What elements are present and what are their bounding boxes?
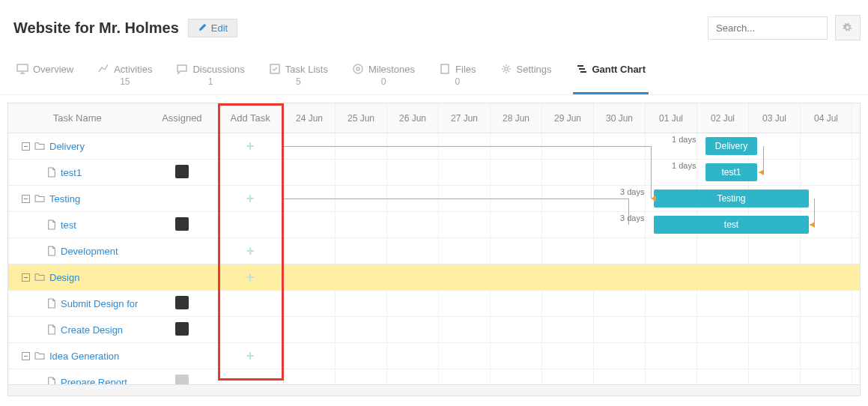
add-task-button[interactable]: + <box>246 191 255 206</box>
folder-icon <box>34 273 45 282</box>
checklist-icon <box>269 63 281 75</box>
gantt-row <box>284 160 860 186</box>
folder-icon <box>34 142 45 151</box>
avatar[interactable] <box>175 375 189 388</box>
gantt-row <box>284 238 860 264</box>
task-row: Prepare Report <box>8 369 283 396</box>
date-column-header: 03 Jul <box>749 103 801 133</box>
task-link[interactable]: test1 <box>61 167 82 178</box>
gantt-bar[interactable]: test <box>654 216 809 234</box>
collapse-toggle[interactable]: − <box>22 352 30 360</box>
task-row: −Idea Generation+ <box>8 343 283 369</box>
target-icon <box>352 63 364 75</box>
collapse-toggle[interactable]: − <box>22 273 30 282</box>
tab-files[interactable]: Files0 <box>436 55 479 94</box>
document-icon <box>47 246 56 256</box>
tab-tasklists[interactable]: Task Lists5 <box>266 55 331 94</box>
document-icon <box>47 377 56 387</box>
gantt-bar[interactable]: Delivery <box>705 137 757 155</box>
tab-gantt-chart[interactable]: Gantt Chart <box>573 55 649 94</box>
svg-rect-7 <box>579 68 585 70</box>
search-input[interactable] <box>708 16 828 40</box>
chart-icon <box>97 63 109 75</box>
document-icon <box>47 324 56 335</box>
task-link[interactable]: Prepare Report <box>61 377 127 388</box>
gantt-row <box>284 317 860 343</box>
duration-label: 1 days <box>672 161 696 170</box>
svg-point-3 <box>356 67 359 70</box>
duration-label: 1 days <box>672 135 696 144</box>
gantt-row <box>284 291 860 317</box>
date-column-header: 04 Jul <box>801 103 852 133</box>
files-icon <box>439 63 451 75</box>
add-task-button[interactable]: + <box>246 139 255 154</box>
monitor-icon <box>16 63 28 75</box>
collapse-toggle[interactable]: − <box>22 142 30 151</box>
tab-discussions[interactable]: Discussions1 <box>173 55 247 94</box>
tab-bar: Overview Activities15 Discussions1 Task … <box>0 48 868 95</box>
task-row: Development+ <box>8 238 283 264</box>
task-list-panel: Task Name Assigned Add Task −Delivery+te… <box>8 103 284 396</box>
col-assigned: Assigned <box>147 112 218 124</box>
page-title: Website for Mr. Holmes <box>13 19 179 37</box>
document-icon <box>47 167 56 178</box>
task-link[interactable]: Testing <box>49 193 80 204</box>
task-link[interactable]: test <box>61 219 76 231</box>
settings-gear-button[interactable] <box>835 15 861 40</box>
avatar[interactable] <box>175 217 189 231</box>
chat-icon <box>176 63 188 75</box>
svg-point-5 <box>505 67 508 70</box>
add-task-button[interactable]: + <box>246 243 255 258</box>
task-link[interactable]: Idea Generation <box>49 351 119 362</box>
gantt-row <box>284 343 860 369</box>
svg-rect-6 <box>577 65 583 67</box>
avatar[interactable] <box>175 322 189 336</box>
col-add-task: Add Task <box>217 112 283 124</box>
svg-rect-8 <box>580 71 586 73</box>
tab-settings[interactable]: Settings <box>497 55 555 94</box>
task-link[interactable]: Create Design <box>61 324 123 336</box>
task-row: test <box>8 212 283 238</box>
collapse-toggle[interactable]: − <box>22 195 30 203</box>
gantt-row <box>284 264 860 291</box>
tab-overview[interactable]: Overview <box>13 55 76 94</box>
task-link[interactable]: Design <box>49 272 79 283</box>
task-link[interactable]: Delivery <box>49 141 85 152</box>
task-row: −Testing+ <box>8 186 283 212</box>
date-column-header: 27 Jun <box>439 103 491 133</box>
col-task-name: Task Name <box>8 112 147 124</box>
pencil-icon <box>198 23 207 32</box>
svg-point-2 <box>353 64 362 73</box>
task-link[interactable]: Development <box>61 246 118 257</box>
duration-label: 3 days <box>620 187 644 196</box>
gear-icon <box>842 22 854 34</box>
gantt-bar[interactable]: Testing <box>654 190 809 207</box>
gantt-row <box>284 369 860 396</box>
add-task-button[interactable]: + <box>246 270 255 285</box>
avatar[interactable] <box>175 296 189 309</box>
date-column-header: 30 Jun <box>594 103 646 133</box>
task-link[interactable]: Submit Design for <box>61 298 138 309</box>
task-row: test1 <box>8 160 283 186</box>
gear-icon <box>500 63 512 75</box>
date-column-header: 25 Jun <box>336 103 387 133</box>
document-icon <box>47 298 56 309</box>
date-column-header: 28 Jun <box>491 103 542 133</box>
tab-activities[interactable]: Activities15 <box>94 55 155 94</box>
avatar[interactable] <box>175 165 189 178</box>
add-task-button[interactable]: + <box>246 348 255 363</box>
gantt-icon <box>576 63 588 75</box>
task-row: Submit Design for <box>8 291 283 317</box>
document-icon <box>47 219 56 230</box>
date-column-header: 29 Jun <box>542 103 594 133</box>
folder-icon <box>34 194 45 203</box>
svg-rect-4 <box>441 64 449 73</box>
gantt-bar[interactable]: test1 <box>705 163 757 181</box>
tab-milestones[interactable]: Milestones0 <box>349 55 418 94</box>
edit-button[interactable]: Edit <box>188 19 237 37</box>
date-column-header: 24 Jun <box>284 103 336 133</box>
date-column-header: 26 Jun <box>387 103 439 133</box>
task-row: −Design+ <box>8 264 283 291</box>
date-column-header: 01 Jul <box>646 103 697 133</box>
date-column-header: 02 Jul <box>697 103 749 133</box>
